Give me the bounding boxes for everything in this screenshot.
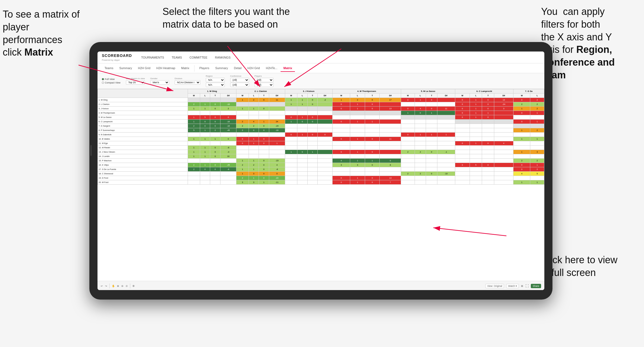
matrix-cell: -25 bbox=[220, 163, 236, 167]
toolbar-minus[interactable]: ⊖ bbox=[121, 285, 123, 287]
filters-row: Full View Compact View Max players in vi… bbox=[97, 73, 544, 89]
matrix-cell bbox=[470, 154, 482, 159]
player-name-cell: 16. K Vilips bbox=[98, 163, 188, 167]
region-select-1[interactable]: N/A bbox=[206, 78, 225, 82]
subnav-players-h2hte[interactable]: H2HTe... bbox=[263, 65, 280, 72]
player-name-cell: 4. M Thorbjornsen bbox=[98, 111, 188, 115]
nav-teams[interactable]: TEAMS bbox=[171, 55, 183, 60]
table-row: 15. P Maichon110-19411022 bbox=[98, 159, 544, 163]
matrix-cell bbox=[210, 111, 220, 115]
matrix-cell: 0 bbox=[236, 137, 249, 141]
max-players-select[interactable]: Top 25 bbox=[126, 80, 145, 85]
matrix-cell bbox=[307, 163, 318, 167]
nav-committee[interactable]: COMMITTEE bbox=[188, 55, 209, 60]
matrix-cell bbox=[437, 98, 455, 102]
toolbar-pan[interactable]: ✋ bbox=[112, 285, 115, 287]
toolbar-settings[interactable]: ⚙ bbox=[132, 285, 135, 287]
region-select-2[interactable]: N/A bbox=[206, 83, 225, 87]
matrix-cell bbox=[297, 107, 308, 111]
toolbar-redo[interactable]: ↪ bbox=[105, 285, 107, 287]
table-row: 20. M Ford331-11010711 bbox=[98, 180, 544, 185]
conference-select-2[interactable]: (All) bbox=[230, 83, 249, 87]
players-select-2[interactable]: (All) bbox=[255, 83, 274, 87]
matrix-cell bbox=[380, 172, 401, 176]
matrix-cell bbox=[236, 102, 249, 107]
radio-compact-view[interactable]: Compact View bbox=[102, 81, 121, 84]
toolbar-share[interactable]: Share bbox=[531, 284, 541, 288]
matrix-cell: 0 bbox=[259, 172, 269, 176]
matrix-cell bbox=[455, 176, 470, 180]
matrix-cell: 1 bbox=[188, 107, 200, 111]
col-header-7: 7. G Sa bbox=[513, 89, 544, 94]
subnav-h2h-heatmap[interactable]: H2H Heatmap bbox=[154, 65, 178, 72]
nav-rankings[interactable]: RANKINGS bbox=[214, 55, 232, 60]
matrix-cell: 0 bbox=[259, 128, 269, 133]
sh-d2: Dif bbox=[269, 94, 285, 98]
subnav-teams[interactable]: Teams bbox=[102, 65, 116, 72]
subnav-h2h-grid[interactable]: H2H Grid bbox=[135, 65, 153, 72]
player-name-cell: 15. P Maichon bbox=[98, 159, 188, 163]
matrix-cell bbox=[482, 124, 494, 128]
sh-t4: T bbox=[365, 94, 380, 98]
subnav-players[interactable]: Players bbox=[197, 65, 212, 72]
toolbar-undo[interactable]: ↩ bbox=[101, 285, 103, 287]
matrix-cell: 0 bbox=[426, 172, 437, 176]
matrix-cell bbox=[494, 111, 513, 115]
player-name-cell: 10. B Valdes bbox=[98, 137, 188, 141]
sh-l6: L bbox=[470, 94, 482, 98]
matrix-cell bbox=[365, 124, 380, 128]
matrix-cell: 4 bbox=[249, 120, 259, 124]
matrix-cell bbox=[365, 167, 380, 172]
matrix-cell: 0 bbox=[482, 98, 494, 102]
annotation-topleft: To see a matrix of player performances c… bbox=[3, 8, 89, 59]
matrix-cell bbox=[220, 176, 236, 180]
matrix-cell: 2 bbox=[249, 98, 259, 102]
matrix-cell: 0 bbox=[332, 150, 350, 154]
nav-tournaments[interactable]: TOURNAMENTS bbox=[140, 55, 165, 60]
matrix-cell bbox=[530, 146, 544, 150]
subnav-players-summary[interactable]: Summary bbox=[213, 65, 231, 72]
matrix-cell bbox=[365, 141, 380, 146]
subnav-summary[interactable]: Summary bbox=[116, 65, 135, 72]
matrix-cell: -15 bbox=[269, 124, 285, 128]
matrix-cell: 0 bbox=[332, 102, 350, 107]
subnav-players-detail[interactable]: Detail bbox=[231, 65, 244, 72]
toolbar-watch[interactable]: Watch ▾ bbox=[506, 284, 519, 288]
matrix-cell: 0 bbox=[307, 115, 318, 120]
toolbar-grid[interactable]: ⊞ bbox=[521, 285, 523, 287]
matrix-cell: 2 bbox=[188, 167, 200, 172]
annotation-topleft-text: To see a matrix of player performances c… bbox=[3, 9, 80, 58]
matrix-cell bbox=[318, 128, 332, 133]
matrix-cell bbox=[285, 137, 297, 141]
toolbar-fullscreen[interactable]: ⛶ bbox=[525, 284, 529, 288]
matrix-cell bbox=[188, 141, 200, 146]
matrix-cell bbox=[236, 154, 249, 159]
matrix-tbody: 1. W Ding12011110-21201701001013022. L C… bbox=[98, 98, 544, 185]
filter-max-players: Max players in view Top 25 bbox=[126, 77, 145, 85]
matrix-cell bbox=[426, 137, 437, 141]
players-select-1[interactable]: (All) bbox=[255, 78, 274, 82]
toolbar-view-original[interactable]: View: Original bbox=[485, 284, 504, 288]
matrix-cell bbox=[437, 167, 455, 172]
subnav-players-h2h-grid[interactable]: H2H Grid bbox=[245, 65, 263, 72]
division-select[interactable]: NCAA Division I bbox=[175, 80, 200, 85]
radio-full-view[interactable]: Full View bbox=[102, 78, 121, 81]
conference-select-1[interactable]: (All) bbox=[230, 78, 249, 82]
gender-select[interactable]: Men's bbox=[150, 80, 169, 85]
matrix-cell bbox=[220, 141, 236, 146]
subnav-matrix[interactable]: Matrix bbox=[178, 65, 192, 72]
matrix-cell: 2 bbox=[236, 124, 249, 128]
matrix-cell: 1 bbox=[297, 115, 308, 120]
sh-d5: Dif bbox=[437, 94, 455, 98]
matrix-cell bbox=[332, 124, 350, 128]
matrix-area[interactable]: 1. W Ding 2. L Clanton 3. J Koivun 4. M … bbox=[97, 89, 544, 281]
col-header-1: 1. W Ding bbox=[188, 89, 236, 94]
matrix-cell bbox=[494, 150, 513, 154]
toolbar-reset[interactable]: ⊙ bbox=[126, 285, 128, 287]
matrix-cell bbox=[307, 128, 318, 133]
toolbar-zoom[interactable]: ⊕ bbox=[117, 285, 119, 287]
matrix-cell bbox=[236, 111, 249, 115]
subnav-players-matrix[interactable]: Matrix bbox=[281, 65, 295, 72]
matrix-cell: -16 bbox=[220, 120, 236, 124]
matrix-cell: 1 bbox=[470, 141, 482, 146]
